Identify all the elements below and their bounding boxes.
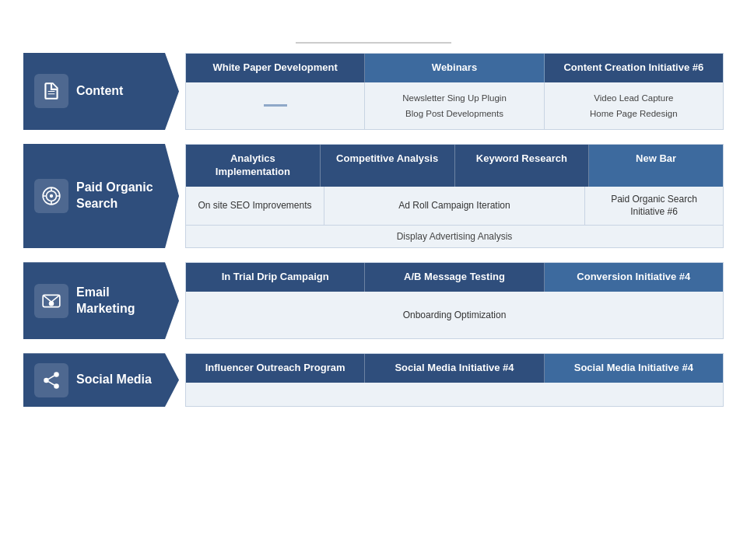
header-cell-content-1: Webinars	[365, 54, 544, 82]
content-content: White Paper DevelopmentWebinarsContent C…	[185, 53, 724, 130]
header-email: In Trial Drip CampaignA/B Message Testin…	[186, 263, 723, 292]
body-email: Onboarding Optimization	[186, 292, 723, 338]
row-paid: Paid Organic SearchAnalytics Implementat…	[23, 144, 724, 248]
label-content: Content	[23, 53, 179, 130]
row-label-email: Email Marketing	[76, 285, 168, 317]
body-cell-content-1: Newsletter Sing Up PluginBlog Post Devel…	[365, 82, 544, 129]
row-label-paid: Paid Organic Search	[76, 180, 168, 212]
row-content: ContentWhite Paper DevelopmentWebinarsCo…	[23, 53, 724, 130]
body-cell-content-0	[186, 82, 365, 129]
target-icon	[34, 179, 68, 213]
display-advertising-text: Display Advertising Analysis	[397, 231, 513, 242]
divider	[296, 42, 451, 44]
body-content: Newsletter Sing Up PluginBlog Post Devel…	[186, 82, 723, 129]
sub-video: Video Lead Capture	[594, 92, 673, 104]
body-social	[186, 383, 723, 406]
header-cell-paid-2: Keyword Research	[455, 145, 590, 187]
header-cell-content-0: White Paper Development	[186, 54, 365, 82]
header-cell-paid-0: Analytics Implementation	[186, 145, 321, 187]
svg-point-8	[49, 301, 54, 306]
header-social: Influencer Outreach ProgramSocial Media …	[186, 354, 723, 383]
body-cell-email-0: Onboarding Optimization	[186, 292, 723, 338]
row-label-content: Content	[76, 83, 123, 100]
svg-point-9	[54, 372, 59, 377]
content-paid: Analytics ImplementationCompetitive Anal…	[185, 144, 724, 248]
body-cell-paid-1: Ad Roll Campaign Iteration	[324, 187, 585, 226]
header-paid: Analytics ImplementationCompetitive Anal…	[186, 145, 723, 187]
sub-homepage: Home Page Redesign	[590, 107, 678, 120]
row-social: Social MediaInfluencer Outreach ProgramS…	[23, 353, 724, 407]
header-content: White Paper DevelopmentWebinarsContent C…	[186, 54, 723, 82]
body-cell-social-0	[186, 383, 723, 406]
header-cell-social-0: Influencer Outreach Program	[186, 354, 365, 383]
header-cell-content-2: Content Creation Initiative #6	[545, 54, 723, 82]
body-cell-paid-0: On site SEO Improvements	[186, 187, 324, 226]
header-cell-email-1: A/B Message Testing	[365, 263, 544, 292]
svg-line-13	[48, 376, 54, 379]
svg-point-2	[50, 194, 53, 198]
rows-container: ContentWhite Paper DevelopmentWebinarsCo…	[23, 53, 724, 544]
body-cell-content-2: Video Lead CaptureHome Page Redesign	[545, 82, 723, 129]
header-cell-social-2: Social Media Initiative #4	[545, 354, 723, 383]
page: ContentWhite Paper DevelopmentWebinarsCo…	[0, 0, 747, 560]
email-icon	[34, 284, 68, 318]
svg-point-10	[44, 377, 49, 383]
header-cell-paid-1: Competitive Analysis	[321, 145, 455, 187]
row-label-social: Social Media	[76, 372, 152, 388]
sub-newsletter: Newsletter Sing Up Plugin	[402, 92, 507, 104]
label-email: Email Marketing	[23, 262, 179, 339]
label-social: Social Media	[23, 353, 179, 407]
body-paid: On site SEO ImprovementsAd Roll Campaign…	[186, 187, 723, 248]
header-cell-social-1: Social Media Initiative #4	[365, 354, 544, 383]
header-cell-email-0: In Trial Drip Campaign	[186, 263, 365, 292]
social-icon	[34, 363, 68, 397]
svg-point-11	[54, 383, 59, 389]
body-cell-paid-2: Paid Organic Search Initiative #6	[585, 187, 723, 226]
header-cell-email-2: Conversion Initiative #4	[545, 263, 723, 292]
document-icon	[34, 74, 68, 108]
label-paid: Paid Organic Search	[23, 144, 179, 248]
content-email: In Trial Drip CampaignA/B Message Testin…	[185, 262, 724, 339]
sub-blog: Blog Post Developments	[405, 107, 503, 120]
content-social: Influencer Outreach ProgramSocial Media …	[185, 353, 724, 407]
svg-line-12	[48, 381, 54, 384]
header-cell-paid-3: New Bar	[589, 145, 723, 187]
row-email: Email MarketingIn Trial Drip CampaignA/B…	[23, 262, 724, 339]
